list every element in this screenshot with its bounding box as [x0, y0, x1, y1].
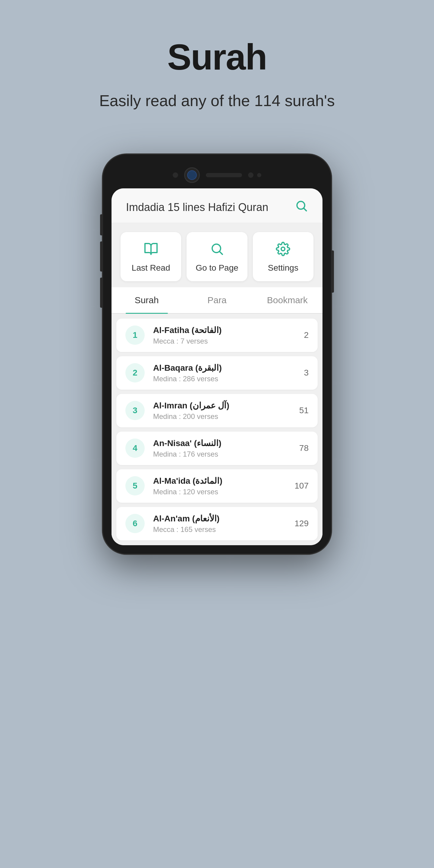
surah-number-badge: 4: [125, 438, 145, 458]
table-row[interactable]: 3 Al-Imran (آل عمران) Medina : 200 verse…: [116, 394, 318, 427]
front-camera: [184, 167, 200, 183]
surah-name: Al-Fatiha (الفاتحة): [153, 325, 296, 335]
table-row[interactable]: 4 An-Nisaa' (النساء) Medina : 176 verses…: [116, 432, 318, 465]
header-search-icon[interactable]: [295, 199, 308, 216]
surah-info: Al-Imran (آل عمران) Medina : 200 verses: [153, 401, 291, 421]
phone-screen: Imdadia 15 lines Hafizi Quran: [112, 188, 322, 545]
surah-name: Al-An'am (الأنعام): [153, 514, 286, 524]
phone-body: Imdadia 15 lines Hafizi Quran: [102, 154, 332, 554]
surah-meta: Medina : 176 verses: [153, 450, 291, 458]
surah-info: Al-Baqara (البقرة) Medina : 286 verses: [153, 363, 296, 383]
bixby-button: [100, 278, 102, 308]
surah-info: Al-Fatiha (الفاتحة) Mecca : 7 verses: [153, 325, 296, 345]
settings-card[interactable]: Settings: [253, 232, 313, 281]
svg-point-2: [212, 244, 221, 253]
tab-para[interactable]: Para: [182, 287, 252, 313]
volume-down-button: [100, 241, 102, 272]
surah-number-badge: 1: [125, 326, 145, 345]
right-sensors: [248, 173, 261, 178]
app-header: Imdadia 15 lines Hafizi Quran: [112, 188, 322, 223]
surah-name: An-Nisaa' (النساء): [153, 438, 291, 448]
surah-name: Al-Baqara (البقرة): [153, 363, 296, 373]
go-to-page-label: Go to Page: [195, 263, 239, 273]
svg-line-3: [220, 252, 222, 254]
last-read-icon: [144, 242, 158, 258]
speaker: [206, 173, 242, 177]
table-row[interactable]: 2 Al-Baqara (البقرة) Medina : 286 verses…: [116, 356, 318, 390]
app-title: Imdadia 15 lines Hafizi Quran: [126, 201, 268, 214]
sensor-left: [173, 173, 178, 178]
power-button: [332, 250, 334, 293]
quick-actions-row: Last Read Go to Page: [112, 223, 322, 287]
tab-bookmark[interactable]: Bookmark: [252, 287, 322, 313]
settings-icon: [276, 242, 290, 258]
surah-info: Al-An'am (الأنعام) Mecca : 165 verses: [153, 514, 286, 534]
surah-meta: Medina : 120 verses: [153, 488, 286, 496]
volume-up-button: [100, 214, 102, 236]
go-to-page-card[interactable]: Go to Page: [187, 232, 247, 281]
surah-info: An-Nisaa' (النساء) Medina : 176 verses: [153, 438, 291, 458]
surah-meta: Medina : 200 verses: [153, 412, 291, 421]
svg-point-4: [281, 247, 285, 251]
surah-meta: Medina : 286 verses: [153, 375, 296, 383]
svg-line-1: [304, 208, 307, 211]
table-row[interactable]: 6 Al-An'am (الأنعام) Mecca : 165 verses …: [116, 507, 318, 540]
tabs-row: Surah Para Bookmark: [112, 287, 322, 314]
surah-list: 1 Al-Fatiha (الفاتحة) Mecca : 7 verses 2…: [112, 314, 322, 545]
table-row[interactable]: 1 Al-Fatiha (الفاتحة) Mecca : 7 verses 2: [116, 318, 318, 352]
phone-mockup: Imdadia 15 lines Hafizi Quran: [102, 154, 332, 554]
surah-name: Al-Imran (آل عمران): [153, 401, 291, 410]
settings-label: Settings: [268, 263, 299, 273]
sensor-dot: [257, 173, 261, 177]
surah-page: 51: [299, 406, 309, 415]
hero-section: Surah Easily read any of the 114 surah's: [0, 0, 434, 136]
surah-meta: Mecca : 165 verses: [153, 525, 286, 534]
surah-number-badge: 2: [125, 363, 145, 382]
surah-number-badge: 5: [125, 476, 145, 495]
hero-subtitle: Easily read any of the 114 surah's: [99, 90, 335, 112]
surah-info: Al-Ma'ida (المائدة) Medina : 120 verses: [153, 476, 286, 496]
surah-page: 2: [304, 330, 309, 340]
surah-meta: Mecca : 7 verses: [153, 337, 296, 345]
camera-bar: [112, 163, 322, 188]
hero-title: Surah: [167, 36, 267, 78]
surah-page: 107: [294, 481, 309, 491]
last-read-card[interactable]: Last Read: [121, 232, 181, 281]
surah-page: 129: [294, 519, 309, 528]
last-read-label: Last Read: [132, 263, 170, 273]
surah-page: 3: [304, 368, 309, 378]
table-row[interactable]: 5 Al-Ma'ida (المائدة) Medina : 120 verse…: [116, 469, 318, 503]
surah-name: Al-Ma'ida (المائدة): [153, 476, 286, 486]
tab-surah[interactable]: Surah: [112, 287, 182, 313]
surah-number-badge: 6: [125, 514, 145, 533]
surah-page: 78: [299, 443, 309, 453]
surah-number-badge: 3: [125, 401, 145, 420]
camera-dot-right: [248, 173, 253, 178]
go-to-page-icon: [210, 242, 224, 258]
